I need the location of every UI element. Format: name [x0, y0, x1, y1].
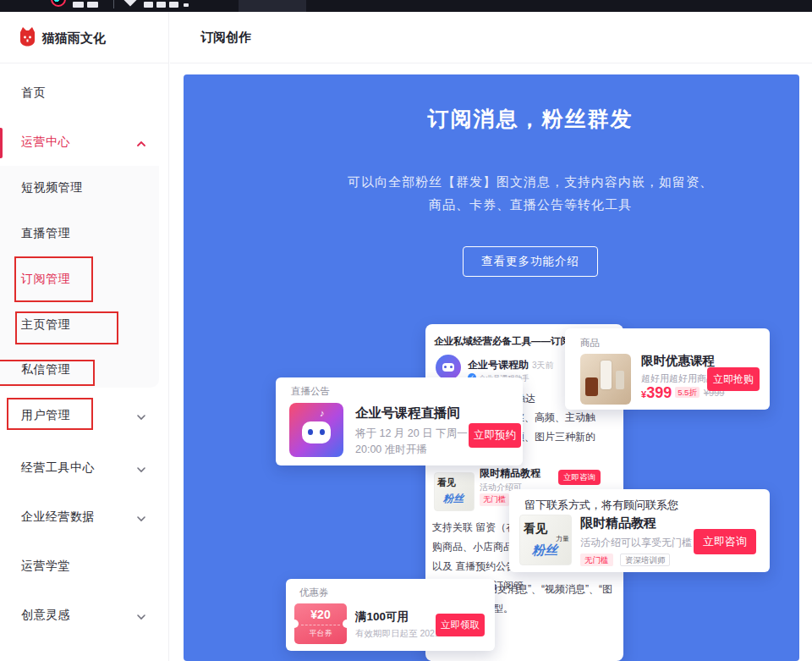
- more-features-button[interactable]: 查看更多功能介绍: [463, 246, 598, 277]
- hero-title: 订阅消息，粉丝群发: [222, 105, 812, 133]
- body-text-fragment: 频、图片三种新的: [514, 430, 595, 444]
- buy-now-button[interactable]: 立即抢购: [707, 367, 760, 391]
- caret-icon: [184, 3, 189, 7]
- body-text-fragment: 丝、高频、主动触: [514, 410, 595, 425]
- promo-title: 限时精品教程: [480, 466, 540, 481]
- hero-description: 可以向全部粉丝【群发】图文消息，支持内容内嵌，如留资、 商品、卡券、直播公告等转…: [222, 170, 812, 216]
- product-image: [580, 354, 631, 405]
- brand-text-fragment: [169, 2, 178, 8]
- sidebar-item-label: 运营中心: [21, 135, 70, 150]
- sidebar-item-label: 首页: [21, 85, 46, 101]
- company-name: 猫猫雨文化: [42, 30, 106, 47]
- sidebar-item-homepage[interactable]: 主页管理: [0, 309, 169, 343]
- sidebar-item-live[interactable]: 直播管理: [0, 218, 169, 251]
- sidebar-item-operation-school[interactable]: 运营学堂: [0, 550, 169, 584]
- course-thumbnail: 看见 粉丝: [434, 472, 475, 511]
- chevron-down-icon: [135, 464, 147, 476]
- account-name: 企业号课程助: [468, 358, 529, 372]
- sidebar-item-label: 主页管理: [21, 317, 70, 333]
- lead-card-header: 留下联系方式，将有顾问联系您: [524, 498, 678, 513]
- product-card: 商品 限时优惠课程 超好用超好用商品描述用… ¥3995.5折¥999 立即抢购: [565, 328, 770, 410]
- sidebar-item-label: 运营学堂: [21, 559, 70, 574]
- sidebar-header: 猫猫雨文化: [0, 12, 169, 63]
- coupon-type: 平台券: [301, 625, 340, 639]
- body-text-fragment: 图文消息”、“视频消息”、“图: [487, 580, 612, 599]
- chevron-up-icon: [135, 138, 147, 150]
- tag-no-threshold: 无门槛: [580, 554, 613, 566]
- sidebar-item-creative-inspiration[interactable]: 创意灵感: [0, 599, 169, 633]
- sidebar-item-user-management[interactable]: 用户管理: [0, 399, 169, 433]
- coupon-title: 满100可用: [355, 609, 409, 625]
- live-schedule-line2: 20:00 准时开播: [355, 442, 468, 458]
- coupon-card-label: 优惠券: [299, 587, 329, 599]
- sidebar-item-subscription[interactable]: 订阅管理: [0, 263, 169, 297]
- top-navbar: [0, 0, 812, 12]
- music-note-icon: ♪: [320, 408, 325, 418]
- sidebar-item-label: 私信管理: [21, 362, 70, 377]
- discount-badge: 5.5折: [675, 387, 700, 398]
- chevron-down-icon: [135, 611, 147, 623]
- coupon-card: 优惠券 ¥20 平台券 满100可用 有效期即日起至 2021.01.01 立即…: [286, 579, 495, 651]
- sidebar: 猫猫雨文化 首页 运营中心 短视频管理 直播管理 订阅管理 主页管理 私信管理 …: [0, 12, 169, 661]
- body-text-fragment: 型。: [493, 599, 513, 619]
- douyin-logo-icon: [51, 0, 66, 7]
- sidebar-item-short-video[interactable]: 短视频管理: [0, 172, 169, 206]
- sidebar-item-label: 直播管理: [21, 226, 70, 241]
- divider: [113, 0, 114, 8]
- live-card-label: 直播公告: [291, 385, 330, 398]
- tag-senior-trainer: 资深培训师: [620, 554, 671, 566]
- product-title: 限时优惠课程: [641, 353, 715, 369]
- page-title: 订阅创作: [200, 30, 251, 46]
- sidebar-item-label: 经营工具中心: [21, 460, 95, 476]
- coupon-ticket: ¥20 平台券: [294, 603, 347, 644]
- live-announcement-card: 直播公告 ♪ 企业号课程直播间 将于 12 月 20 日 下周一 20:00 准…: [276, 377, 523, 465]
- live-schedule: 将于 12 月 20 日 下周一 20:00 准时开播: [355, 426, 468, 458]
- post-time: 3天前: [532, 360, 554, 372]
- page-header: 订阅创作: [170, 12, 812, 63]
- account-avatar: [436, 355, 461, 380]
- chevron-down-icon: [135, 513, 147, 525]
- sidebar-item-label: 企业经营数据: [21, 510, 95, 525]
- body-text-fragment: 支持关联 留资（在: [432, 518, 516, 537]
- lead-course-description: 活动介绍可以享受无门槛: [580, 536, 692, 550]
- sidebar-item-business-tools[interactable]: 经营工具中心: [0, 452, 169, 486]
- live-room-image: ♪: [289, 403, 343, 457]
- brand-text-fragment: [144, 2, 153, 8]
- app-page: 猫猫雨文化 首页 运营中心 短视频管理 直播管理 订阅管理 主页管理 私信管理 …: [0, 0, 812, 661]
- sidebar-item-home[interactable]: 首页: [0, 77, 169, 111]
- body-text-fragment: 以及 直播预约公告: [432, 557, 516, 576]
- company-logo-icon: [19, 26, 36, 47]
- lead-course-title: 限时精品教程: [580, 515, 656, 532]
- hero-description-line2: 商品、卡券、直播公告等转化工具: [222, 193, 812, 216]
- sidebar-item-business-data[interactable]: 企业经营数据: [0, 501, 169, 535]
- lead-capture-card: 留下联系方式，将有顾问联系您 看见 粉丝 力量 限时精品教程 活动介绍可以享受无…: [509, 489, 770, 572]
- reserve-button[interactable]: 立即预约: [469, 423, 521, 448]
- promo-tag: 无门槛: [480, 493, 509, 506]
- price-value: 399: [646, 384, 672, 401]
- brand-text-fragment: [73, 2, 84, 8]
- body-text-fragment: 购商品、小店商品/: [432, 537, 516, 557]
- chevron-down-icon: [135, 411, 147, 423]
- partner-logo-icon: [123, 0, 138, 6]
- brand-text-fragment: [156, 2, 166, 8]
- sidebar-item-label: 短视频管理: [21, 180, 83, 196]
- navbar-highlight: [239, 0, 306, 12]
- claim-coupon-button[interactable]: 立即领取: [436, 614, 485, 636]
- hero-content: 订阅消息，粉丝群发 可以向全部粉丝【群发】图文消息，支持内容内嵌，如留资、 商品…: [222, 74, 812, 277]
- live-room-title: 企业号课程直播间: [355, 405, 460, 422]
- promo-consult-button[interactable]: 立即咨询: [558, 470, 601, 485]
- sidebar-item-label: 创意灵感: [21, 608, 70, 623]
- lead-tags: 无门槛 资深培训师: [580, 551, 670, 566]
- product-card-label: 商品: [580, 337, 600, 350]
- consult-now-button[interactable]: 立即咨询: [694, 529, 756, 554]
- sidebar-item-operation-center[interactable]: 运营中心: [0, 126, 169, 160]
- sidebar-item-private-message[interactable]: 私信管理: [0, 354, 169, 388]
- brand-text-fragment: [87, 2, 98, 8]
- sidebar-item-label: 用户管理: [21, 408, 70, 423]
- course-thumbnail: 看见 粉丝 力量: [519, 515, 572, 565]
- hero-description-line1: 可以向全部粉丝【群发】图文消息，支持内容内嵌，如留资、: [222, 170, 812, 193]
- coupon-amount: ¥20: [294, 608, 347, 621]
- sidebar-item-label: 订阅管理: [21, 272, 70, 287]
- live-schedule-line1: 将于 12 月 20 日 下周一: [355, 426, 468, 442]
